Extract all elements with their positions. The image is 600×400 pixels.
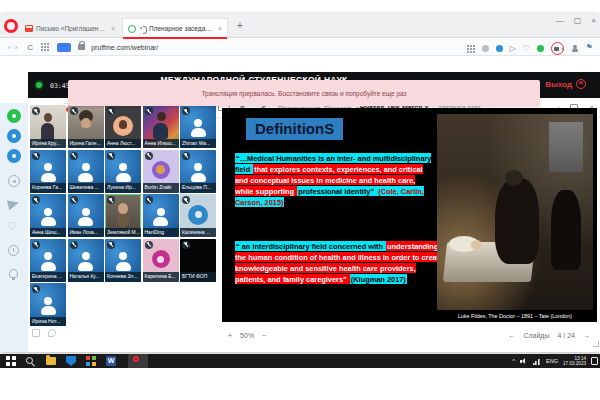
painting-window xyxy=(549,122,583,172)
close-button[interactable]: × xyxy=(591,16,596,25)
history-clock-icon[interactable] xyxy=(8,245,19,256)
participant-tile[interactable]: Кочнева Зл... xyxy=(105,239,141,282)
participant-name: Екатерина ... xyxy=(30,272,66,282)
fullscreen-icon[interactable] xyxy=(32,329,40,337)
sync-icon[interactable] xyxy=(496,45,503,52)
participant-tile[interactable]: Екатерина ... xyxy=(30,239,66,282)
mic-status-icon[interactable] xyxy=(7,129,21,143)
participant-tile[interactable]: Ирина Гале... xyxy=(68,105,104,148)
zoom-out-button[interactable]: − xyxy=(262,332,266,339)
tab-close-icon[interactable]: × xyxy=(218,25,222,32)
participant-tile[interactable]: Zhinan Wa... xyxy=(180,105,216,148)
clock[interactable]: 13:1417.03.2023 xyxy=(563,356,586,367)
file-explorer-icon[interactable] xyxy=(46,357,56,365)
language-indicator[interactable]: ENG xyxy=(546,358,558,364)
play-icon[interactable]: ▷ xyxy=(510,44,516,53)
browser-tab-mail[interactable]: Письмо «Приглашени… × xyxy=(20,18,120,38)
zoom-level: 50% xyxy=(240,332,254,339)
settings-gear-icon[interactable] xyxy=(8,175,20,187)
participant-name: Иван Лоза... xyxy=(68,228,104,238)
speed-dial-icon[interactable] xyxy=(41,43,49,51)
browser-window: Письмо «Приглашени… × Пленарное заседани… xyxy=(0,14,600,352)
participant-tile[interactable]: Анна Илюш... xyxy=(143,105,179,148)
snapshot-icon[interactable] xyxy=(467,45,475,53)
camera-recording-icon[interactable] xyxy=(551,42,564,55)
tab-label: Пленарное заседани… xyxy=(149,25,215,32)
exit-label: Выход xyxy=(545,80,572,89)
mic-muted-icon xyxy=(107,107,115,115)
participant-tile[interactable]: Наталья Ку... xyxy=(68,239,104,282)
participant-tile[interactable]: Анна Шиш... xyxy=(30,194,66,237)
sound-status-icon[interactable] xyxy=(7,149,21,163)
minimize-button[interactable]: — xyxy=(556,16,564,25)
volume-icon[interactable] xyxy=(520,358,528,365)
account-notification-icon[interactable] xyxy=(586,45,594,53)
left-icon-rail: ♡ xyxy=(0,103,28,352)
reactions-heart-icon[interactable]: ♡ xyxy=(7,221,17,231)
participant-tile[interactable]: Ирина Кру... xyxy=(30,105,66,148)
participant-tile[interactable]: Анна Люст... xyxy=(105,105,141,148)
participant-tile[interactable]: Burbn Znaki xyxy=(143,150,179,193)
start-button[interactable] xyxy=(6,356,16,366)
participant-tile[interactable]: Калинина ... xyxy=(180,194,216,237)
participant-tile[interactable]: Корнева Га... xyxy=(30,150,66,193)
opera-taskbar-active[interactable] xyxy=(128,354,148,368)
participant-name: Анна Шиш... xyxy=(30,228,66,238)
browser-tab-webinar[interactable]: Пленарное заседани… × xyxy=(122,18,228,38)
tray-chevron-icon[interactable]: ^ xyxy=(512,358,515,364)
mic-muted-icon xyxy=(145,107,153,115)
chat-icon[interactable] xyxy=(48,329,56,337)
slide-page-indicator: 4 / 24 xyxy=(557,332,575,339)
exit-button[interactable]: Выход xyxy=(539,78,592,90)
word-app-icon[interactable]: W xyxy=(106,356,116,366)
participant-tile[interactable]: Ельцова П... xyxy=(180,150,216,193)
participant-name: Анна Люст... xyxy=(105,139,141,149)
back-forward-buttons[interactable]: ‹› xyxy=(8,43,21,52)
bookmark-heart-icon[interactable]: ♡ xyxy=(523,44,530,53)
prev-slide-button[interactable]: ← xyxy=(508,332,515,339)
participant-name: Ирина Кру... xyxy=(30,139,66,149)
webinar-page: 03:45:19 МЕЖДУНАРОДНОЙ СТУДЕНЧЕСКОЙ НАУК… xyxy=(0,57,600,352)
participant-name: Наталья Ку... xyxy=(68,272,104,282)
opera-logo-icon[interactable] xyxy=(4,19,18,33)
reload-button[interactable]: C xyxy=(27,43,33,52)
painting-parent xyxy=(551,190,581,270)
vpn-badge[interactable] xyxy=(57,43,71,52)
participant-tile-speaking[interactable]: Земляной М... xyxy=(105,194,141,237)
new-tab-button[interactable]: + xyxy=(233,18,247,34)
network-icon[interactable] xyxy=(533,358,541,365)
next-slide-button[interactable]: → xyxy=(583,332,590,339)
participant-tile[interactable]: Шевелева ... xyxy=(68,150,104,193)
participant-tile[interactable]: БГТИ ФОП xyxy=(180,239,216,282)
participant-name: Анна Илюш... xyxy=(143,139,179,149)
ideas-lightbulb-icon[interactable] xyxy=(9,269,18,278)
profile-icon[interactable] xyxy=(571,45,579,53)
maximize-button[interactable]: ▢ xyxy=(574,16,582,25)
zoom-in-button[interactable]: + xyxy=(228,332,232,339)
participant-tile[interactable]: HanDing xyxy=(143,194,179,237)
notification-center-icon[interactable] xyxy=(591,357,598,365)
security-shield-icon[interactable] xyxy=(66,356,76,366)
painting-caption: Luke Fildes, The Doctor – 1891 – Tate (L… xyxy=(437,310,593,322)
participant-tile[interactable]: Иван Лоза... xyxy=(68,194,104,237)
slide-text-cyan: “ an interdisciplinary field concerned w… xyxy=(235,241,386,251)
participant-name: Калинина ... xyxy=(180,228,216,238)
chat-send-icon[interactable] xyxy=(7,198,20,211)
participant-tile[interactable]: Карелина Е... xyxy=(143,239,179,282)
extension-icon[interactable] xyxy=(482,45,489,52)
taskbar-search-icon[interactable] xyxy=(26,357,33,364)
tab-close-icon[interactable]: × xyxy=(111,25,115,32)
camera-status-icon[interactable] xyxy=(7,109,21,123)
photos-app-icon[interactable] xyxy=(86,356,96,366)
exit-icon xyxy=(576,79,586,89)
tab-strip: Письмо «Приглашени… × Пленарное заседани… xyxy=(0,14,600,38)
date-text: 17.03.2023 xyxy=(563,361,586,366)
participant-tile[interactable]: Лунина Ир... xyxy=(105,150,141,193)
url-text[interactable]: pruffme.com/webinar/ xyxy=(91,44,158,51)
status-dot-icon xyxy=(537,45,544,52)
mic-muted-icon xyxy=(32,152,40,160)
participant-tile[interactable]: Ирина Нит... xyxy=(30,283,66,326)
toast-text: Трансляция прервалась. Восстановите связ… xyxy=(201,90,406,97)
resize-handle[interactable] xyxy=(593,341,599,347)
mail-favicon-icon xyxy=(25,25,33,32)
